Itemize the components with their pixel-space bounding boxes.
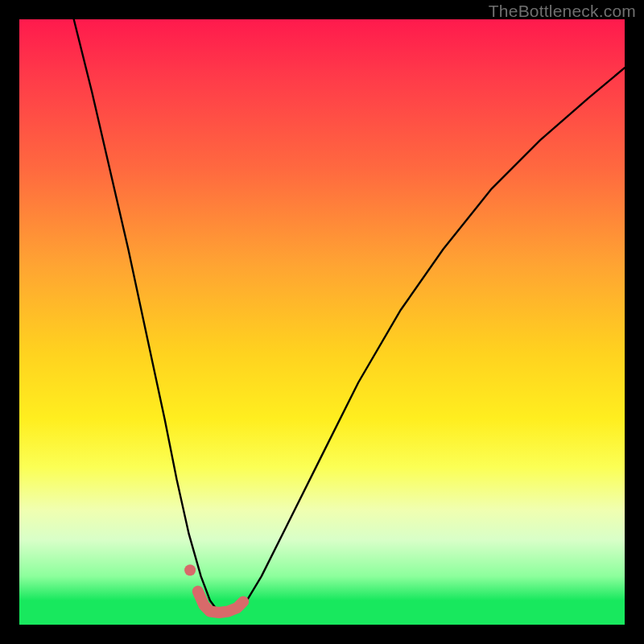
chart-plot-area bbox=[19, 19, 625, 625]
trough-marker bbox=[198, 592, 243, 613]
bottleneck-curve bbox=[74, 19, 625, 613]
trough-dot bbox=[184, 564, 196, 576]
bottleneck-curve-svg bbox=[19, 19, 625, 625]
watermark-text: TheBottleneck.com bbox=[489, 2, 636, 21]
